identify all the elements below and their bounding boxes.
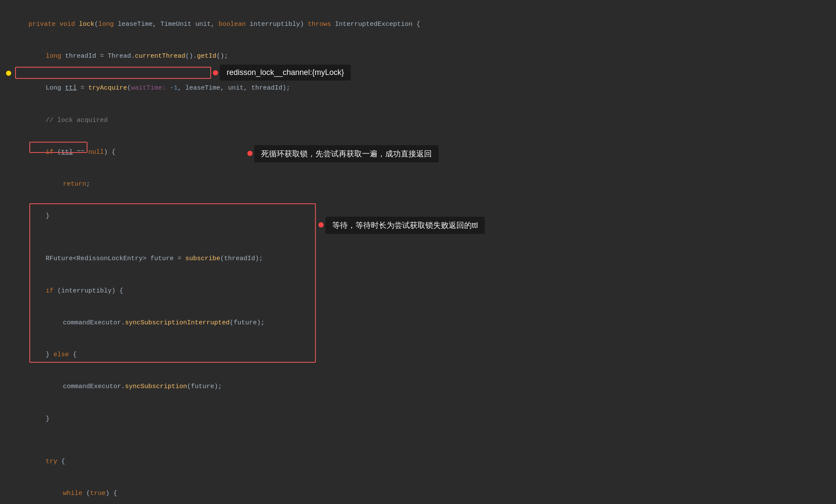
annotation-wait-box: 等待，等待时长为尝试获取锁失败返回的ttl (325, 217, 485, 234)
annotation-channel-dot (213, 70, 218, 75)
code-line-6: return; (13, 168, 823, 200)
code-line-subscribe: RFuture<RedissonLockEntry> future = subs… (13, 243, 823, 275)
code-line-11: } else { (13, 339, 823, 371)
code-line-4: // lock acquired (13, 105, 823, 137)
annotation-loop-dot (247, 151, 253, 156)
code-container: private void lock(long leaseTime, TimeUn… (0, 0, 836, 504)
yellow-dot (6, 71, 11, 76)
code-line-3: Long ttl = tryAcquire(waitTime: -1, leas… (13, 73, 823, 105)
code-line-2: long threadId = Thread.currentThread().g… (13, 40, 823, 72)
code-line-12: commandExecutor.syncSubscription(future)… (13, 371, 823, 403)
code-line-10: commandExecutor.syncSubscriptionInterrup… (13, 307, 823, 339)
annotation-wait-dot (318, 222, 324, 227)
code-line-blank2 (13, 435, 823, 446)
code-line-9: if (interruptibly) { (13, 275, 823, 307)
code-line-while: while (true) { (13, 478, 823, 504)
code-line-1: private void lock(long leaseTime, TimeUn… (13, 9, 823, 40)
code-line-try: try { (13, 446, 823, 478)
annotation-loop-text: 死循环获取锁，先尝试再获取一遍，成功直接返回 (261, 149, 432, 158)
annotation-loop-box: 死循环获取锁，先尝试再获取一遍，成功直接返回 (254, 145, 439, 162)
annotation-channel-text: redisson_lock__channel:{myLock} (227, 68, 344, 77)
code-line-blank1 (13, 233, 823, 243)
code-line-13: } (13, 403, 823, 435)
annotation-channel-box: redisson_lock__channel:{myLock} (220, 65, 351, 81)
annotation-wait-text: 等待，等待时长为尝试获取锁失败返回的ttl (332, 221, 478, 230)
